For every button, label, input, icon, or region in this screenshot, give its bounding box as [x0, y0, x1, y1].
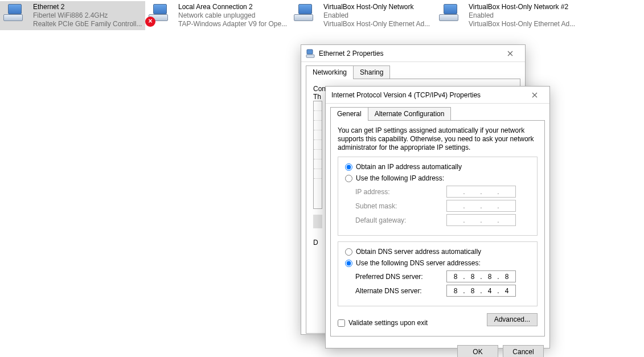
connection-device: Realtek PCIe GbE Family Controll... — [33, 20, 142, 28]
octet[interactable]: 8 — [466, 273, 479, 281]
connection-vbox-2[interactable]: VirtualBox Host-Only Network #2 Enabled … — [436, 1, 581, 30]
row-ip-address: IP address: ... — [355, 186, 530, 198]
connection-ethernet-2[interactable]: Ethernet 2 Fibertel WiFi886 2.4GHz Realt… — [0, 1, 145, 30]
radio-use-ip[interactable]: Use the following IP address: — [345, 174, 530, 182]
connection-name: Local Area Connection 2 — [178, 3, 287, 11]
radio-label: Use the following DNS server addresses: — [356, 259, 481, 267]
octet[interactable]: 8 — [501, 273, 513, 281]
dialog-title: Ethernet 2 Properties — [319, 50, 498, 58]
field-label: Subnet mask: — [355, 202, 446, 210]
this-connection-uses-label: Th — [313, 93, 322, 101]
checkbox-label: Validate settings upon exit — [348, 319, 428, 327]
tab-networking[interactable]: Networking — [306, 65, 354, 79]
field-label: Alternate DNS server: — [355, 287, 446, 295]
octet[interactable]: 4 — [501, 287, 513, 295]
ip-address-group: Obtain an IP address automatically Use t… — [338, 157, 538, 236]
dialog-title: Internet Protocol Version 4 (TCP/IPv4) P… — [331, 91, 522, 99]
advanced-button[interactable]: Advanced... — [487, 313, 538, 326]
row-subnet-mask: Subnet mask: ... — [355, 200, 530, 212]
validate-settings-checkbox[interactable]: Validate settings upon exit — [338, 319, 428, 327]
connection-status: Enabled — [323, 11, 430, 20]
row-default-gateway: Default gateway: ... — [355, 214, 530, 226]
ipv4-properties-dialog[interactable]: Internet Protocol Version 4 (TCP/IPv4) P… — [325, 86, 550, 348]
preferred-dns-input[interactable]: 8. 8. 8. 8 — [446, 270, 516, 282]
field-label: Default gateway: — [355, 216, 446, 224]
connection-name: Ethernet 2 — [33, 3, 142, 11]
error-badge-icon: × — [145, 17, 155, 27]
tab-alternate-configuration[interactable]: Alternate Configuration — [368, 107, 452, 121]
svg-rect-0 — [307, 50, 313, 54]
cancel-button[interactable]: Cancel — [503, 345, 544, 357]
field-label: Preferred DNS server: — [355, 273, 446, 281]
dns-group: Obtain DNS server address automatically … — [338, 241, 538, 306]
connection-name: VirtualBox Host-Only Network #2 — [469, 3, 575, 11]
network-connections-list: Ethernet 2 Fibertel WiFi886 2.4GHz Realt… — [0, 0, 644, 30]
validate-settings-input[interactable] — [338, 319, 345, 327]
radio-label: Obtain DNS server address automatically — [356, 248, 481, 256]
tab-pane-general: You can get IP settings assigned automat… — [330, 120, 545, 337]
radio-obtain-dns-auto-input[interactable] — [345, 248, 352, 256]
ok-button[interactable]: OK — [457, 345, 498, 357]
titlebar[interactable]: Internet Protocol Version 4 (TCP/IPv4) P… — [326, 87, 549, 104]
tab-general[interactable]: General — [330, 107, 368, 121]
connection-device: TAP-Windows Adapter V9 for Ope... — [178, 20, 287, 28]
radio-use-dns[interactable]: Use the following DNS server addresses: — [345, 259, 530, 267]
svg-rect-1 — [306, 55, 314, 58]
adapter-small-icon — [306, 49, 315, 58]
alternate-dns-input[interactable]: 8. 8. 4. 4 — [446, 285, 516, 297]
dialog-button-row: OK Cancel — [326, 342, 549, 357]
connection-device: VirtualBox Host-Only Ethernet Ad... — [469, 20, 575, 28]
adapter-icon — [438, 3, 465, 27]
radio-obtain-ip-auto[interactable]: Obtain an IP address automatically — [345, 163, 530, 171]
adapter-icon: × — [147, 3, 175, 27]
octet[interactable]: 4 — [483, 287, 496, 295]
radio-use-ip-input[interactable] — [345, 175, 352, 182]
adapter-icon — [2, 3, 30, 27]
protocol-listbox[interactable] — [313, 101, 322, 209]
tabs: Networking Sharing — [301, 62, 525, 79]
install-button-strip[interactable] — [313, 215, 322, 228]
connection-name: VirtualBox Host-Only Network — [323, 3, 430, 11]
radio-obtain-ip-auto-input[interactable] — [345, 163, 352, 171]
close-button[interactable] — [498, 46, 523, 61]
connection-vbox-1[interactable]: VirtualBox Host-Only Network Enabled Vir… — [290, 1, 436, 30]
connection-status: Enabled — [469, 11, 575, 20]
close-button[interactable] — [522, 87, 547, 103]
tabs: General Alternate Configuration — [326, 104, 549, 121]
ip-address-input: ... — [446, 186, 516, 198]
description-label: D — [313, 239, 322, 247]
radio-label: Obtain an IP address automatically — [356, 163, 462, 171]
radio-use-dns-input[interactable] — [345, 260, 352, 267]
connection-status: Fibertel WiFi886 2.4GHz — [33, 11, 142, 20]
row-preferred-dns: Preferred DNS server: 8. 8. 8. 8 — [355, 270, 530, 282]
field-label: IP address: — [355, 188, 446, 196]
octet[interactable]: 8 — [449, 287, 462, 295]
octet[interactable]: 8 — [466, 287, 479, 295]
radio-label: Use the following IP address: — [356, 174, 444, 182]
subnet-mask-input: ... — [446, 200, 516, 212]
row-alternate-dns: Alternate DNS server: 8. 8. 4. 4 — [355, 285, 530, 297]
connection-lan-2[interactable]: × Local Area Connection 2 Network cable … — [145, 1, 290, 30]
description-text: You can get IP settings assigned automat… — [338, 126, 538, 152]
octet[interactable]: 8 — [483, 273, 496, 281]
connection-device: VirtualBox Host-Only Ethernet Ad... — [323, 20, 430, 28]
radio-obtain-dns-auto[interactable]: Obtain DNS server address automatically — [345, 248, 530, 256]
default-gateway-input: ... — [446, 214, 516, 226]
titlebar[interactable]: Ethernet 2 Properties — [301, 45, 525, 62]
octet[interactable]: 8 — [449, 273, 462, 281]
adapter-icon — [293, 3, 320, 27]
connection-status: Network cable unplugged — [178, 11, 287, 20]
tab-sharing[interactable]: Sharing — [353, 65, 390, 79]
